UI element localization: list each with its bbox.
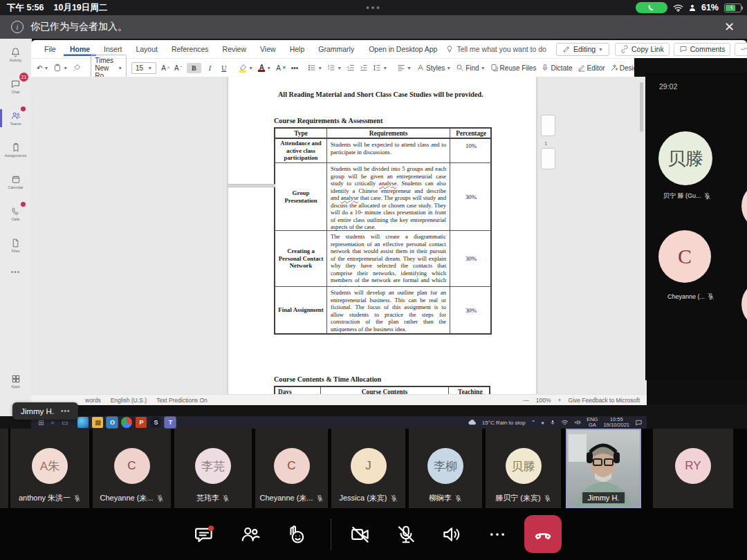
tray-mic-icon[interactable] (550, 419, 555, 426)
zoom-out-button[interactable]: — (523, 397, 529, 404)
increase-indent-button[interactable] (360, 64, 368, 72)
paste-button[interactable]: ▼ (53, 64, 68, 72)
sidebar-item-assignments[interactable]: Assignments (0, 134, 31, 166)
participant-tile[interactable]: A朱 anthony 朱洪一 (10, 429, 89, 508)
comment-marker[interactable] (541, 115, 555, 136)
align-button[interactable]: ▼ (397, 64, 412, 72)
teams-taskbar-icon[interactable]: T (165, 417, 176, 428)
language-indicator[interactable]: ENG GA (587, 417, 598, 429)
sidebar-item-chat[interactable]: 21 Chat (0, 71, 31, 102)
hang-up-button[interactable] (524, 515, 562, 553)
participant-tile[interactable]: 李柳 柳娴李 (409, 429, 482, 508)
participant-tile[interactable]: C Cheyanne (来... (93, 429, 171, 508)
participant-tile[interactable]: 李芫 芫玮李 (174, 429, 252, 508)
explorer-taskbar-icon[interactable]: ▤ (92, 417, 103, 428)
font-size-select[interactable]: 15▼ (131, 62, 156, 74)
tray-network-icon[interactable] (561, 420, 569, 426)
editing-mode-dropdown[interactable]: Editing ▼ (556, 43, 609, 56)
mic-off-icon (707, 292, 714, 300)
tab-grammarly[interactable]: Grammarly (312, 42, 360, 56)
language-status[interactable]: English (U.S.) (111, 397, 147, 404)
zoom-in-button[interactable]: + (558, 397, 562, 404)
grow-font-button[interactable]: A^ (161, 64, 169, 72)
sidebar-item-files[interactable]: Files (0, 230, 31, 261)
participant-tile[interactable]: 贝滕 滕贝宁 (来宾) (486, 429, 561, 508)
taskbar-clock[interactable]: 10:55 19/10/2021 (603, 417, 629, 429)
open-in-desktop-button[interactable]: Open in Desktop App (362, 42, 444, 56)
tray-expand-icon[interactable]: ⌃ (531, 420, 536, 426)
action-center-icon[interactable] (635, 419, 643, 427)
tray-volume-icon[interactable] (574, 419, 581, 426)
line-spacing-button[interactable]: ▼ (373, 64, 387, 72)
participants-button[interactable] (235, 519, 266, 550)
edge-taskbar-icon[interactable] (77, 417, 89, 428)
tray-app-icon[interactable]: ● (541, 420, 544, 426)
participant-tile[interactable]: RY (653, 429, 733, 508)
presenter-more-button[interactable]: ••• (61, 407, 71, 415)
tell-me-box[interactable]: Tell me what you want to do (445, 45, 546, 53)
tab-help[interactable]: Help (284, 42, 311, 56)
camera-off-button[interactable] (345, 519, 376, 550)
text-predictions-status[interactable]: Text Predictions On (156, 397, 208, 404)
sidebar-item-apps[interactable]: Apps (0, 365, 31, 397)
comments-button[interactable]: Comments (674, 43, 731, 56)
copy-link-button[interactable]: Copy Link (615, 43, 670, 56)
undo-button[interactable]: ↶▼ (37, 64, 48, 72)
banner-close-icon[interactable]: ✕ (724, 19, 735, 35)
start-button[interactable]: ⊞ (38, 419, 44, 427)
tab-references[interactable]: References (165, 42, 215, 56)
tab-layout[interactable]: Layout (129, 42, 164, 56)
tab-view[interactable]: View (254, 42, 282, 56)
presenter-name-pill[interactable]: Jimmy H. ••• (12, 402, 78, 420)
mic-off-button[interactable] (391, 519, 421, 550)
toolbar-overflow-button[interactable]: ••• (291, 64, 299, 72)
active-call-pill[interactable] (636, 2, 667, 13)
sidebar-item-teams[interactable]: Teams (0, 102, 31, 134)
outlook-taskbar-icon[interactable]: O (107, 417, 118, 428)
numbering-button[interactable]: ▼ (327, 64, 342, 72)
feedback-link[interactable]: Give Feedback to Microsoft (569, 397, 640, 404)
styles-button[interactable]: Styles▼ (416, 64, 451, 72)
weather-text[interactable]: 15°C Rain to stop (482, 420, 526, 426)
decrease-indent-button[interactable] (347, 64, 355, 72)
rail-more-button[interactable]: ••• (0, 261, 31, 282)
sidebar-item-activity[interactable]: Activity (0, 39, 31, 71)
catch-up-button[interactable]: Catch up (735, 43, 747, 56)
tab-file[interactable]: File (38, 42, 62, 56)
format-painter-button[interactable] (73, 64, 81, 72)
word-count[interactable]: words (85, 397, 101, 404)
participant-tile[interactable]: J Jessica (来宾) (331, 429, 405, 508)
participant-tile[interactable]: C Cheyanne (来... (255, 429, 328, 508)
speaker-button[interactable] (436, 519, 467, 550)
reuse-files-button[interactable]: Reuse Files (490, 64, 537, 72)
more-options-button[interactable] (482, 519, 513, 550)
zoom-level[interactable]: 100% (536, 397, 551, 404)
italic-button[interactable]: I (206, 63, 214, 73)
taskbar-date: 19/10/2021 (603, 422, 629, 428)
underline-button[interactable]: U (219, 63, 229, 73)
shrink-font-button[interactable]: Aˇ (174, 64, 182, 72)
sidebar-item-calendar[interactable]: Calendar (0, 166, 31, 198)
comment-marker[interactable] (541, 148, 555, 169)
find-button[interactable]: Find▼ (456, 64, 485, 72)
chrome-taskbar-icon[interactable] (121, 417, 132, 428)
reactions-button[interactable] (281, 519, 311, 550)
dictate-button[interactable]: Dictate (541, 64, 572, 72)
participant-name: 芫玮李 (196, 493, 219, 503)
vertical-scrollbar[interactable] (640, 82, 643, 132)
sidebar-item-calls[interactable]: Calls (0, 198, 31, 230)
editor-button[interactable]: Editor (578, 64, 605, 72)
font-color-button[interactable]: A▼ (258, 64, 271, 72)
bold-button[interactable]: B (187, 63, 201, 73)
participant-tile-video[interactable]: Jimmy H. (566, 429, 641, 508)
bullets-button[interactable]: ▼ (308, 64, 322, 72)
tab-review[interactable]: Review (216, 42, 252, 56)
clear-formatting-button[interactable]: A✕ (276, 64, 286, 72)
avatar: C (274, 448, 310, 484)
chat-button[interactable] (189, 519, 219, 550)
document-page[interactable]: All Reading Material and Short Class Cas… (228, 77, 536, 395)
task-view-icon[interactable]: ▭ (62, 419, 68, 427)
highlight-color-button[interactable]: ▼ (239, 64, 253, 73)
powerpoint-taskbar-icon[interactable]: P (136, 417, 147, 428)
skype-taskbar-icon[interactable]: S (150, 417, 161, 428)
